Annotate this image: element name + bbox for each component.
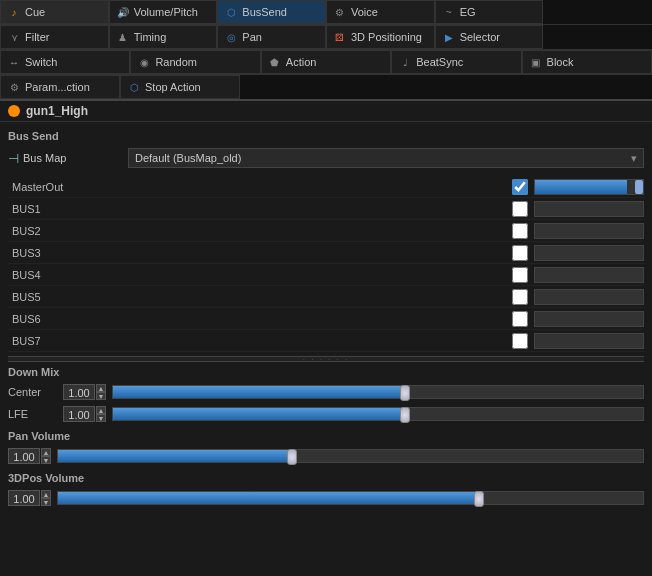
section-divider: · · · · · ·: [8, 356, 644, 362]
lfe-slider[interactable]: [112, 407, 644, 421]
param-value-pan-vol: 1.00: [8, 448, 40, 464]
bus-slider-bus6[interactable]: [534, 311, 644, 327]
bus-row-bus3: BUS3: [8, 242, 644, 264]
param-value-3dpos-vol: 1.00: [8, 490, 40, 506]
bus-checkbox-bus7[interactable]: [512, 333, 528, 349]
tab-block-label: Block: [547, 56, 574, 68]
bus-slider-fill-masterout: [535, 180, 627, 194]
bus-map-row: ⊣ Bus Map Default (BusMap_old) ▾: [8, 148, 644, 168]
bus-map-dropdown[interactable]: Default (BusMap_old) ▾: [128, 148, 644, 168]
voice-icon: ⚙: [333, 5, 347, 19]
bus-checkbox-bus4[interactable]: [512, 267, 528, 283]
bus-name-bus2: BUS2: [8, 225, 108, 237]
bus-name-bus6: BUS6: [8, 313, 108, 325]
bus-checkbox-bus1[interactable]: [512, 201, 528, 217]
param-value-box-center: 1.00 ▲ ▼: [63, 384, 106, 400]
bus-slider-dot-masterout: [635, 180, 643, 194]
random-icon: ◉: [137, 55, 151, 69]
bus-name-bus5: BUS5: [8, 291, 108, 303]
bus-list: MasterOut BUS1 BUS2: [8, 176, 644, 352]
tab-cue[interactable]: ♪ Cue: [0, 0, 109, 24]
title-bar: gun1_High: [0, 101, 652, 122]
tab-eg[interactable]: ~ EG: [435, 0, 544, 24]
lfe-spin-up[interactable]: ▲: [96, 406, 106, 414]
tab-param-action[interactable]: ⚙ Param...ction: [0, 75, 120, 99]
bus-name-bus4: BUS4: [8, 269, 108, 281]
tab-filter-label: Filter: [25, 31, 49, 43]
pan-vol-spin-up[interactable]: ▲: [41, 448, 51, 456]
pan-vol-slider[interactable]: [57, 449, 644, 463]
param-row-center: Center 1.00 ▲ ▼: [8, 382, 644, 402]
center-spin-up[interactable]: ▲: [96, 384, 106, 392]
tab-switch[interactable]: ↔ Switch: [0, 50, 130, 74]
bus-row-bus6: BUS6: [8, 308, 644, 330]
tab-stop-action-label: Stop Action: [145, 81, 201, 93]
center-slider[interactable]: [112, 385, 644, 399]
param-value-center: 1.00: [63, 384, 95, 400]
tab-3d-positioning[interactable]: ⚄ 3D Positioning: [326, 25, 435, 49]
title-dot: [8, 105, 20, 117]
tab-row-1: ♪ Cue 🔊 Volume/Pitch ⬡ BusSend ⚙ Voice ~…: [0, 0, 652, 25]
section-pan-volume: Pan Volume 1.00 ▲ ▼: [8, 430, 644, 466]
bus-checkbox-bus3[interactable]: [512, 245, 528, 261]
tab-selector-label: Selector: [460, 31, 500, 43]
bus-slider-bus5[interactable]: [534, 289, 644, 305]
3dpos-vol-spin-down[interactable]: ▼: [41, 498, 51, 506]
tab-block[interactable]: ▣ Block: [522, 50, 652, 74]
divider-dots: · · · · · ·: [303, 355, 349, 364]
tab-bussend[interactable]: ⬡ BusSend: [217, 0, 326, 24]
param-row-pan-vol: 1.00 ▲ ▼: [8, 446, 644, 466]
bus-row-bus5: BUS5: [8, 286, 644, 308]
tab-voice-label: Voice: [351, 6, 378, 18]
bus-slider-bus7[interactable]: [534, 333, 644, 349]
bus-row-masterout: MasterOut: [8, 176, 644, 198]
tab-bussend-label: BusSend: [242, 6, 287, 18]
filter-icon: ⋎: [7, 30, 21, 44]
action-icon: ⬟: [268, 55, 282, 69]
tab-selector[interactable]: ▶ Selector: [435, 25, 544, 49]
tab-pan[interactable]: ◎ Pan: [217, 25, 326, 49]
tab-random[interactable]: ◉ Random: [130, 50, 260, 74]
bus-checkbox-masterout[interactable]: [512, 179, 528, 195]
bus-slider-bus3[interactable]: [534, 245, 644, 261]
tab-voice[interactable]: ⚙ Voice: [326, 0, 435, 24]
block-icon: ▣: [529, 55, 543, 69]
pan-vol-spin-down[interactable]: ▼: [41, 456, 51, 464]
bus-slider-bus2[interactable]: [534, 223, 644, 239]
selector-icon: ▶: [442, 30, 456, 44]
3dpos-vol-slider-fill: [58, 492, 479, 504]
tab-param-action-label: Param...ction: [25, 81, 90, 93]
3dpos-vol-slider[interactable]: [57, 491, 644, 505]
tab-row-4: ⚙ Param...ction ⬡ Stop Action: [0, 75, 652, 101]
center-spin-down[interactable]: ▼: [96, 392, 106, 400]
bus-slider-bus1[interactable]: [534, 201, 644, 217]
tab-filter[interactable]: ⋎ Filter: [0, 25, 109, 49]
section-downmix: Down Mix Center 1.00 ▲ ▼ LFE 1.00 ▲: [8, 366, 644, 424]
param-spinners-lfe: ▲ ▼: [96, 406, 106, 422]
tab-stop-action[interactable]: ⬡ Stop Action: [120, 75, 240, 99]
timing-icon: ♟: [116, 30, 130, 44]
param-spinners-center: ▲ ▼: [96, 384, 106, 400]
bus-row-bus1: BUS1: [8, 198, 644, 220]
tab-beatsync[interactable]: ♩ BeatSync: [391, 50, 521, 74]
page-title: gun1_High: [26, 104, 88, 118]
3dpos-vol-spin-up[interactable]: ▲: [41, 490, 51, 498]
param-label-center: Center: [8, 386, 63, 398]
bus-checkbox-bus5[interactable]: [512, 289, 528, 305]
center-slider-fill: [113, 386, 405, 398]
tab-action[interactable]: ⬟ Action: [261, 50, 391, 74]
bus-name-bus3: BUS3: [8, 247, 108, 259]
lfe-slider-thumb: [400, 407, 410, 423]
param-value-box-3dpos-vol: 1.00 ▲ ▼: [8, 490, 51, 506]
bus-checkbox-bus2[interactable]: [512, 223, 528, 239]
bus-slider-masterout[interactable]: [534, 179, 644, 195]
tab-timing[interactable]: ♟ Timing: [109, 25, 218, 49]
bus-map-label: ⊣ Bus Map: [8, 151, 128, 166]
bus-checkbox-bus6[interactable]: [512, 311, 528, 327]
param-spinners-3dpos-vol: ▲ ▼: [41, 490, 51, 506]
param-value-box-pan-vol: 1.00 ▲ ▼: [8, 448, 51, 464]
lfe-spin-down[interactable]: ▼: [96, 414, 106, 422]
tab-action-label: Action: [286, 56, 317, 68]
bus-slider-bus4[interactable]: [534, 267, 644, 283]
tab-volume-pitch[interactable]: 🔊 Volume/Pitch: [109, 0, 218, 24]
